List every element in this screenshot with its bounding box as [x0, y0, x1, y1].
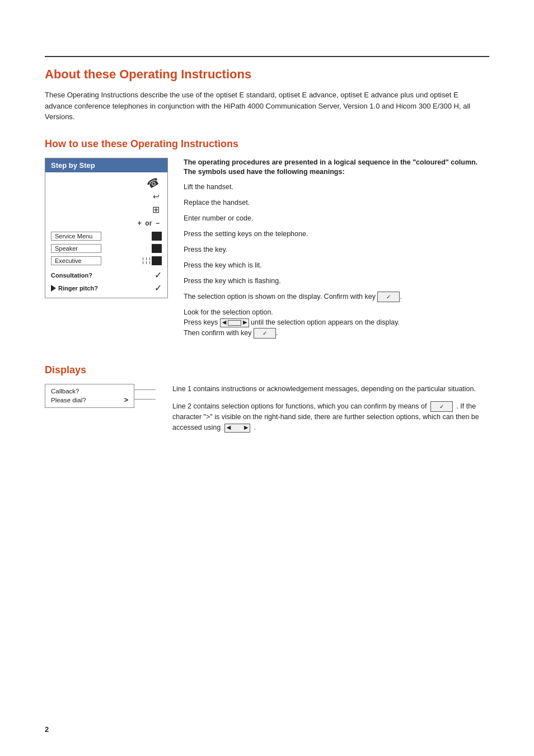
step-by-step-box: Step by Step ☎ ↩ ⊞ + or − Service Menu [45, 158, 168, 298]
step-replace: ↩ [51, 190, 162, 203]
desc-ringer: Look for the selection option. Press key… [184, 307, 489, 339]
speaker-key-black [152, 244, 162, 253]
desc-enter: Enter number or code. [184, 213, 489, 226]
desc-lift: Lift the handset. [184, 182, 489, 194]
flashing-bars: ╎╎╎ [141, 256, 162, 265]
desc-replace: Replace the handset. [184, 198, 489, 210]
desc-enter-text: Enter number or code. [184, 213, 489, 224]
check-mark-icon: ✓ [154, 270, 162, 280]
nav-right-display: ▶ [244, 424, 248, 432]
consultation-label: Consultation? [51, 272, 92, 279]
nav-right-arrow: ▶ [243, 319, 247, 327]
display-diagram-area: Callback? Please dial? > Line 1 contains… [45, 384, 489, 439]
desc-header: The operating procedures are presented i… [184, 158, 489, 177]
desc-flashing-key-text: Press the key which is flashing. [184, 276, 489, 287]
step-lift: ☎ [51, 177, 162, 189]
desc-ringer-text: Look for the selection option. Press key… [184, 307, 489, 339]
display-line2: Please dial? > [51, 396, 128, 404]
step-by-step-header: Step by Step [45, 158, 167, 172]
displays-section: Displays Callback? Please dial? > Line 1… [45, 364, 489, 439]
connector-line-1 [134, 389, 156, 390]
line2-desc-text: Line 2 contains selection options for fu… [172, 402, 427, 410]
service-menu-row: Service Menu [51, 231, 162, 242]
confirm-key2-inline: ✓ [254, 328, 276, 339]
intro-text: These Operating Instructions describe th… [45, 90, 481, 123]
display-descriptions: Line 1 contains instructions or acknowle… [172, 384, 489, 439]
executive-row: Executive ╎╎╎ [51, 255, 162, 266]
desc-flashing-key: Press the key which is flashing. [184, 276, 489, 288]
desc-key-text: Press the key. [184, 245, 489, 255]
main-title: About these Operating Instructions [45, 67, 489, 82]
ringer-label: Ringer pitch? [58, 285, 98, 292]
handset-down-icon: ↩ [153, 192, 160, 201]
displays-title: Displays [45, 364, 489, 376]
desc-key: Press the key. [184, 245, 489, 257]
consultation-row: Consultation? ✓ [51, 269, 162, 281]
desc-selection-text: The selection option is shown on the dis… [184, 292, 489, 302]
desc-selection: The selection option is shown on the dis… [184, 292, 489, 304]
speaker-label: Speaker [51, 244, 101, 253]
step-keypad: ⊞ [51, 204, 162, 216]
page-number: 2 [45, 725, 49, 734]
line1-desc-text: Line 1 contains instructions or acknowle… [172, 385, 476, 393]
ringer-row: Ringer pitch? ✓ [51, 282, 162, 294]
descriptions-column: The operating procedures are presented i… [184, 158, 489, 342]
handset-up-icon: ☎ [145, 174, 162, 191]
how-to-section: Step by Step ☎ ↩ ⊞ + or − Service Menu [45, 158, 489, 342]
desc-lit-key-text: Press the key which is lit. [184, 260, 489, 271]
ringer-check-icon: ✓ [154, 283, 162, 293]
desc-lit-key: Press the key which is lit. [184, 260, 489, 273]
keypad-icon: ⊞ [152, 204, 160, 215]
wave-bars-icon: ╎╎╎ [141, 257, 151, 265]
connector-line-2 [134, 399, 156, 400]
plus-minus-label: + or − [138, 219, 160, 227]
top-rule [45, 56, 489, 57]
nav-key-inline: ◀▶ [220, 318, 249, 327]
executive-label: Executive [51, 256, 101, 265]
confirm-key-inline: ✓ [377, 292, 400, 302]
desc-lift-text: Lift the handset. [184, 182, 489, 192]
executive-key-black [152, 256, 162, 265]
desc-setting-keys-text: Press the setting keys on the telephone. [184, 229, 489, 240]
display-arrow-icon: > [124, 396, 128, 404]
triangle-right-icon [51, 285, 56, 292]
display-line2-text: Please dial? [51, 397, 86, 403]
display-wrapper: Callback? Please dial? > [45, 384, 157, 408]
nav-left-arrow: ◀ [222, 319, 226, 327]
nav-key-display: ◀▶ [224, 424, 250, 433]
step-by-step-content: ☎ ↩ ⊞ + or − Service Menu Speaker [45, 172, 167, 298]
line2-desc3-text: . [254, 424, 255, 431]
nav-left-display: ◀ [227, 424, 231, 432]
connector-lines [134, 384, 157, 405]
desc-replace-text: Replace the handset. [184, 198, 489, 208]
service-menu-key-black [152, 232, 162, 241]
step-plusminus: + or − [51, 217, 162, 229]
desc-setting-keys: Press the setting keys on the telephone. [184, 229, 489, 241]
display-desc-line2: Line 2 contains selection options for fu… [172, 401, 489, 433]
how-to-title: How to use these Operating Instructions [45, 138, 489, 150]
display-line1: Callback? [51, 388, 128, 395]
display-box: Callback? Please dial? > [45, 384, 134, 408]
speaker-row: Speaker [51, 243, 162, 254]
confirm-key-display: ✓ [430, 401, 453, 412]
ringer-label-area: Ringer pitch? [51, 285, 98, 292]
service-menu-label: Service Menu [51, 232, 101, 241]
display-desc-line1: Line 1 contains instructions or acknowle… [172, 384, 489, 395]
